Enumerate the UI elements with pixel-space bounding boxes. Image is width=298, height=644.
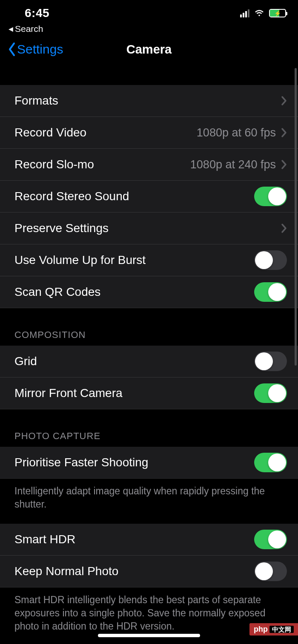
toggle-keep-normal-photo[interactable] bbox=[254, 562, 287, 581]
row-value: 1080p at 60 fps bbox=[197, 126, 276, 139]
page-title: Camera bbox=[126, 43, 172, 57]
chevron-right-icon bbox=[281, 223, 287, 233]
chevron-right-icon bbox=[281, 96, 287, 106]
toggle-mirror-front-camera[interactable] bbox=[254, 383, 287, 403]
watermark: php中文网 bbox=[249, 623, 298, 635]
row-label: Prioritise Faster Shooting bbox=[14, 456, 148, 469]
toggle-record-stereo-sound[interactable] bbox=[254, 187, 287, 206]
watermark-box: 中文网 bbox=[269, 626, 294, 633]
section-header-photo-capture: PHOTO CAPTURE bbox=[0, 409, 298, 447]
row-label: Preserve Settings bbox=[14, 221, 109, 235]
chevron-right-icon bbox=[281, 128, 287, 138]
row-smart-hdr: Smart HDR bbox=[0, 524, 298, 556]
row-preserve-settings[interactable]: Preserve Settings bbox=[0, 213, 298, 244]
settings-group-composition: Grid Mirror Front Camera bbox=[0, 346, 298, 409]
toggle-grid[interactable] bbox=[254, 352, 287, 371]
row-label: Record Slo-mo bbox=[14, 158, 94, 171]
row-label: Use Volume Up for Burst bbox=[14, 253, 146, 267]
scrollbar[interactable] bbox=[295, 68, 297, 366]
row-record-slo-mo[interactable]: Record Slo-mo 1080p at 240 fps bbox=[0, 149, 298, 181]
status-time: 6:45 bbox=[12, 6, 49, 20]
toggle-volume-up-burst[interactable] bbox=[254, 250, 287, 270]
chevron-right-icon bbox=[281, 159, 287, 170]
breadcrumb-label: Search bbox=[15, 24, 43, 34]
wifi-icon bbox=[254, 8, 265, 19]
row-volume-up-burst: Use Volume Up for Burst bbox=[0, 244, 298, 276]
status-indicators: ! ⚡ bbox=[240, 8, 286, 19]
watermark-text: php bbox=[254, 625, 268, 633]
toggle-scan-qr-codes[interactable] bbox=[254, 282, 287, 302]
cellular-icon: ! bbox=[240, 9, 249, 17]
row-label: Record Video bbox=[14, 126, 86, 139]
row-label: Record Stereo Sound bbox=[14, 190, 129, 203]
row-label: Mirror Front Camera bbox=[14, 386, 123, 400]
toggle-prioritise-faster-shooting[interactable] bbox=[254, 453, 287, 472]
row-prioritise-faster-shooting: Prioritise Faster Shooting bbox=[0, 447, 298, 479]
settings-group-hdr: Smart HDR Keep Normal Photo bbox=[0, 524, 298, 587]
row-value: 1080p at 240 fps bbox=[190, 158, 276, 171]
row-record-stereo-sound: Record Stereo Sound bbox=[0, 181, 298, 213]
back-button[interactable]: Settings bbox=[8, 42, 63, 57]
row-formats[interactable]: Formats bbox=[0, 85, 298, 117]
chevron-left-icon bbox=[8, 42, 16, 57]
breadcrumb-back[interactable]: ◀ Search bbox=[0, 20, 298, 37]
settings-group-main: Formats Record Video 1080p at 60 fps Rec… bbox=[0, 85, 298, 308]
nav-bar: Settings Camera bbox=[0, 37, 298, 67]
row-label: Scan QR Codes bbox=[14, 285, 100, 299]
home-indicator[interactable] bbox=[98, 634, 200, 637]
section-gap bbox=[0, 67, 298, 85]
battery-icon: ⚡ bbox=[269, 9, 286, 17]
settings-group-photo-capture: Prioritise Faster Shooting bbox=[0, 447, 298, 479]
row-record-video[interactable]: Record Video 1080p at 60 fps bbox=[0, 117, 298, 149]
section-header-composition: COMPOSITION bbox=[0, 308, 298, 346]
toggle-smart-hdr[interactable] bbox=[254, 530, 287, 549]
row-keep-normal-photo: Keep Normal Photo bbox=[0, 556, 298, 587]
row-label: Smart HDR bbox=[14, 533, 75, 546]
row-label: Keep Normal Photo bbox=[14, 565, 118, 578]
row-scan-qr-codes: Scan QR Codes bbox=[0, 276, 298, 308]
back-triangle-icon: ◀ bbox=[9, 26, 13, 32]
row-mirror-front-camera: Mirror Front Camera bbox=[0, 377, 298, 409]
row-label: Formats bbox=[14, 94, 58, 108]
status-bar: 6:45 ! ⚡ bbox=[0, 0, 298, 20]
row-label: Grid bbox=[14, 355, 37, 368]
section-footer: Intelligently adapt image quality when r… bbox=[0, 479, 298, 524]
row-grid: Grid bbox=[0, 346, 298, 377]
back-button-label: Settings bbox=[17, 42, 63, 57]
